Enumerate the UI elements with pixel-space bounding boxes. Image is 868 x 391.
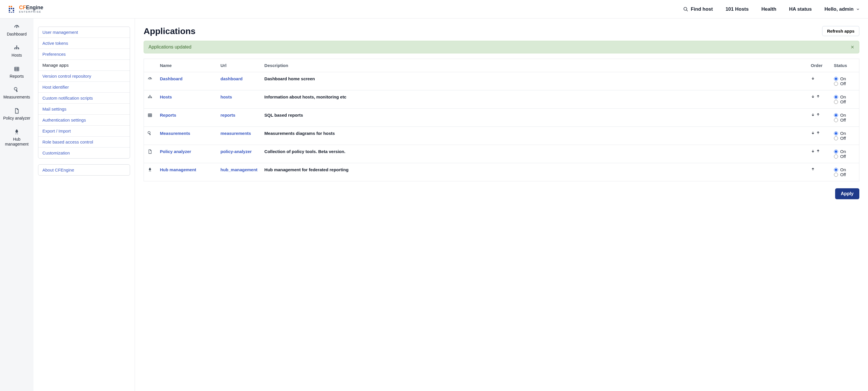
app-description: Collection of policy tools. Beta version… bbox=[261, 145, 807, 163]
settings-item-custom-notification-scripts[interactable]: Custom notification scripts bbox=[38, 92, 130, 103]
app-description: Information about hosts, monitoring etc bbox=[261, 90, 807, 109]
nav-dashboard[interactable]: Dashboard bbox=[7, 24, 27, 37]
refresh-apps-button[interactable]: Refresh apps bbox=[822, 26, 859, 36]
nav-label: Policy analyzer bbox=[3, 116, 30, 121]
app-name-link[interactable]: Hub management bbox=[160, 167, 196, 172]
svg-rect-15 bbox=[13, 10, 14, 11]
settings-menu: User managementActive tokensPreferencesM… bbox=[38, 27, 130, 159]
app-url-link[interactable]: dashboard bbox=[221, 76, 243, 81]
status-on[interactable]: On bbox=[834, 113, 856, 117]
app-name-link[interactable]: Hosts bbox=[160, 94, 172, 99]
table-row: Measurements measurements Measurements d… bbox=[144, 127, 859, 145]
svg-rect-17 bbox=[11, 12, 12, 12]
col-status: Status bbox=[831, 59, 859, 72]
nav-reports[interactable]: Reports bbox=[9, 66, 24, 79]
rocket-icon bbox=[13, 129, 20, 135]
nav-measurements[interactable]: Measurements bbox=[3, 87, 30, 100]
app-name-link[interactable]: Measurements bbox=[160, 131, 190, 136]
find-host-link[interactable]: Find host bbox=[683, 6, 713, 12]
arrow-down-icon[interactable] bbox=[811, 149, 815, 153]
settings-item-user-management[interactable]: User management bbox=[38, 27, 130, 37]
ha-status-link[interactable]: HA status bbox=[789, 6, 812, 12]
main-content: Applications Refresh apps Applications u… bbox=[135, 19, 868, 391]
app-url-link[interactable]: reports bbox=[221, 113, 236, 117]
svg-point-19 bbox=[684, 7, 687, 10]
table-row: Hosts hosts Information about hosts, mon… bbox=[144, 90, 859, 109]
settings-item-mail-settings[interactable]: Mail settings bbox=[38, 103, 130, 114]
health-link[interactable]: Health bbox=[761, 6, 776, 12]
user-greeting: Hello, admin bbox=[825, 6, 854, 12]
app-url-link[interactable]: measurements bbox=[221, 131, 251, 136]
hosts-icon bbox=[147, 94, 153, 100]
status-off[interactable]: Off bbox=[834, 81, 856, 86]
nav-hosts[interactable]: Hosts bbox=[11, 45, 22, 58]
status-on[interactable]: On bbox=[834, 94, 856, 99]
logo[interactable]: CFEngine ENTERPRISE bbox=[8, 5, 43, 13]
app-name-link[interactable]: Dashboard bbox=[160, 76, 183, 81]
status-off[interactable]: Off bbox=[834, 117, 856, 122]
table-row: Hub management hub_management Hub manage… bbox=[144, 163, 859, 181]
svg-line-20 bbox=[687, 10, 688, 11]
settings-item-manage-apps[interactable]: Manage apps bbox=[38, 59, 130, 71]
svg-rect-18 bbox=[13, 12, 14, 12]
app-name-link[interactable]: Reports bbox=[160, 113, 177, 117]
logo-mark-icon bbox=[8, 5, 16, 13]
status-on[interactable]: On bbox=[834, 76, 856, 81]
measure-icon bbox=[147, 131, 153, 136]
arrow-up-icon[interactable] bbox=[816, 94, 820, 99]
settings-item-role-based-access-control[interactable]: Role based access control bbox=[38, 136, 130, 147]
settings-item-preferences[interactable]: Preferences bbox=[38, 49, 130, 59]
user-menu[interactable]: Hello, admin bbox=[825, 6, 860, 12]
svg-rect-12 bbox=[11, 8, 12, 9]
alert-message: Applications updated bbox=[149, 45, 191, 50]
settings-item-export-import[interactable]: Export / Import bbox=[38, 125, 130, 136]
settings-item-authentication-settings[interactable]: Authentication settings bbox=[38, 114, 130, 125]
app-description: Measurements diagrams for hosts bbox=[261, 127, 807, 145]
col-url: Url bbox=[217, 59, 261, 72]
status-off[interactable]: Off bbox=[834, 99, 856, 104]
nav-hub-management[interactable]: Hub management bbox=[2, 129, 31, 147]
settings-item-version-control-repository[interactable]: Version control repository bbox=[38, 71, 130, 81]
about-menu: About CFEngine bbox=[38, 164, 130, 175]
status-off[interactable]: Off bbox=[834, 136, 856, 141]
svg-rect-16 bbox=[9, 12, 10, 12]
about-cfengine-link[interactable]: About CFEngine bbox=[38, 165, 130, 175]
arrow-up-icon[interactable] bbox=[811, 167, 815, 171]
measure-icon bbox=[13, 87, 20, 93]
arrow-down-icon[interactable] bbox=[811, 94, 815, 99]
col-name: Name bbox=[157, 59, 217, 72]
brand-subtitle: ENTERPRISE bbox=[19, 11, 43, 13]
hosts-icon bbox=[13, 45, 20, 51]
status-on[interactable]: On bbox=[834, 131, 856, 136]
dashboard-icon bbox=[13, 24, 20, 30]
arrow-up-icon[interactable] bbox=[816, 113, 820, 117]
arrow-down-icon[interactable] bbox=[811, 131, 815, 135]
status-off[interactable]: Off bbox=[834, 172, 856, 177]
app-name-link[interactable]: Policy analyzer bbox=[160, 149, 191, 154]
arrow-up-icon[interactable] bbox=[816, 131, 820, 135]
app-url-link[interactable]: hub_management bbox=[221, 167, 257, 172]
applications-table: Name Url Description Order Status Dashbo… bbox=[144, 59, 859, 181]
svg-rect-14 bbox=[9, 10, 10, 11]
status-on[interactable]: On bbox=[834, 167, 856, 172]
app-url-link[interactable]: hosts bbox=[221, 94, 232, 99]
app-url-link[interactable]: policy-analyzer bbox=[221, 149, 252, 154]
hosts-count-link[interactable]: 101 Hosts bbox=[725, 6, 749, 12]
settings-item-host-identifier[interactable]: Host identifier bbox=[38, 81, 130, 92]
arrow-down-icon[interactable] bbox=[811, 76, 815, 80]
settings-item-customization[interactable]: Customization bbox=[38, 147, 130, 158]
apply-button[interactable]: Apply bbox=[835, 188, 859, 199]
file-icon bbox=[147, 149, 153, 154]
table-row: Policy analyzer policy-analyzer Collecti… bbox=[144, 145, 859, 163]
status-off[interactable]: Off bbox=[834, 154, 856, 159]
file-icon bbox=[13, 108, 20, 114]
arrow-up-icon[interactable] bbox=[816, 149, 820, 153]
settings-item-active-tokens[interactable]: Active tokens bbox=[38, 37, 130, 49]
status-on[interactable]: On bbox=[834, 149, 856, 154]
arrow-down-icon[interactable] bbox=[811, 113, 815, 117]
svg-rect-10 bbox=[11, 6, 12, 7]
close-icon[interactable] bbox=[850, 45, 855, 49]
nav-label: Dashboard bbox=[7, 32, 27, 37]
nav-label: Hosts bbox=[11, 53, 22, 58]
nav-policy-analyzer[interactable]: Policy analyzer bbox=[3, 108, 30, 121]
